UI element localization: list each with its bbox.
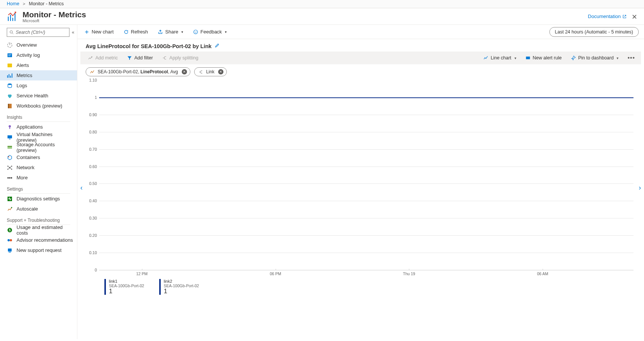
more-options-button[interactable]: ••• xyxy=(626,55,636,61)
nav-more[interactable]: •••More xyxy=(0,173,77,183)
nav-network[interactable]: Network xyxy=(0,162,77,173)
line-chart-icon xyxy=(483,55,489,61)
add-metric-button[interactable]: Add metric xyxy=(86,54,119,62)
nav-storage-accounts[interactable]: Storage Accounts (preview) xyxy=(0,142,77,152)
documentation-link[interactable]: Documentation xyxy=(588,14,627,19)
external-link-icon xyxy=(622,14,627,19)
nav-alerts[interactable]: Alerts xyxy=(0,60,77,70)
legend-item[interactable]: link2SEA-100Gb-Port-021 xyxy=(159,279,199,295)
legend-item[interactable]: link1SEA-100Gb-Port-021 xyxy=(104,279,144,295)
chart-type-dropdown[interactable]: Line chart▾ xyxy=(482,54,518,62)
refresh-icon xyxy=(124,29,129,35)
alert-rule-icon xyxy=(525,55,531,61)
svg-rect-3 xyxy=(8,53,12,57)
logs-icon xyxy=(7,83,13,89)
chart-toolbar: Add metric Add filter Apply splitting Li… xyxy=(80,52,641,64)
time-range-picker[interactable]: Last 24 hours (Automatic - 5 minutes) xyxy=(549,27,639,37)
nav-diagnostics[interactable]: Diagnostics settings xyxy=(0,194,77,204)
metric-pill[interactable]: SEA-100Gb-Port-02, LineProtocol, Avg ✕ xyxy=(86,67,190,76)
share-icon xyxy=(158,29,163,35)
add-filter-button[interactable]: Add filter xyxy=(125,54,154,62)
y-tick-label: 1.10 xyxy=(89,78,97,82)
svg-rect-9 xyxy=(8,104,9,108)
diagnostics-icon xyxy=(7,196,13,202)
feedback-button[interactable]: Feedback▾ xyxy=(192,27,228,36)
search-input[interactable]: Search (Ctrl+/) xyxy=(7,28,69,37)
nav-containers[interactable]: Containers xyxy=(0,152,77,162)
collapse-sidebar-button[interactable]: « xyxy=(72,30,73,35)
new-alert-rule-button[interactable]: New alert rule xyxy=(524,54,563,62)
y-tick-label: 0.80 xyxy=(89,130,97,134)
nav-autoscale[interactable]: Autoscale xyxy=(0,204,77,214)
pin-dashboard-button[interactable]: Pin to dashboard▾ xyxy=(569,54,620,62)
svg-rect-13 xyxy=(8,146,12,147)
nav-metrics[interactable]: Metrics xyxy=(0,70,77,80)
nav-activity-log[interactable]: Activity log xyxy=(0,50,77,60)
chart-prev-button[interactable]: ‹ xyxy=(78,181,85,194)
split-pill[interactable]: Link ✕ xyxy=(194,67,227,76)
svg-rect-32 xyxy=(526,57,530,59)
feedback-icon xyxy=(193,29,198,35)
chart-next-button[interactable]: › xyxy=(636,181,643,194)
page-title: Monitor - Metrics xyxy=(23,11,86,19)
chart-plot[interactable]: 1.1010.900.800.700.600.500.400.300.200.1… xyxy=(99,80,633,270)
svg-point-25 xyxy=(8,239,10,241)
svg-rect-6 xyxy=(8,64,12,67)
y-tick-label: 0.90 xyxy=(89,112,97,117)
y-tick-label: 0.70 xyxy=(89,147,97,152)
y-tick-label: 0.10 xyxy=(89,250,97,255)
storage-icon xyxy=(7,144,13,150)
overview-icon xyxy=(7,42,13,48)
group-support-label: Support + Troubleshooting xyxy=(0,214,77,224)
nav-virtual-machines[interactable]: Virtual Machines (preview) xyxy=(0,132,77,142)
nav-logs[interactable]: Logs xyxy=(0,80,77,91)
costs-icon: $ xyxy=(7,227,13,233)
group-insights-label: Insights xyxy=(0,111,77,121)
advisor-icon xyxy=(7,237,13,243)
breadcrumb-home[interactable]: Home xyxy=(7,1,19,6)
nav-applications[interactable]: Applications xyxy=(0,122,77,132)
svg-rect-11 xyxy=(8,135,12,138)
plus-icon xyxy=(84,29,89,35)
pin-icon xyxy=(571,55,576,61)
x-tick-label: 12 PM xyxy=(136,271,148,276)
svg-point-26 xyxy=(10,239,12,241)
chart-title: Avg LineProtocol for SEA-100Gb-Port-02 b… xyxy=(86,43,211,49)
new-chart-button[interactable]: New chart xyxy=(83,27,115,36)
chart-area: ‹ › 1.1010.900.800.700.600.500.400.300.2… xyxy=(86,80,635,295)
resource-icon xyxy=(90,70,95,74)
nav-advisor[interactable]: Advisor recommendations xyxy=(0,235,77,245)
top-toolbar: New chart Refresh Share▾ Feedback▾ Last … xyxy=(77,25,644,39)
nav-workbooks[interactable]: Workbooks (preview) xyxy=(0,101,77,111)
add-metric-icon xyxy=(88,55,93,61)
filter-icon xyxy=(127,55,132,61)
search-icon xyxy=(9,30,14,35)
chart-x-axis: 12 PM06 PMThu 1906 AM xyxy=(99,270,633,277)
breadcrumb: Home > Monitor - Metrics xyxy=(0,0,644,8)
nav-support-request[interactable]: New support request xyxy=(0,245,77,255)
close-button[interactable]: ✕ xyxy=(630,13,639,21)
apply-splitting-button[interactable]: Apply splitting xyxy=(160,54,200,62)
y-tick-label: 0.60 xyxy=(89,164,97,169)
svg-point-31 xyxy=(196,31,196,32)
nav-service-health[interactable]: Service Health xyxy=(0,91,77,101)
vm-icon xyxy=(7,134,13,140)
remove-split-button[interactable]: ✕ xyxy=(218,69,223,74)
share-button[interactable]: Share▾ xyxy=(156,27,185,36)
service-health-icon xyxy=(7,93,13,99)
support-icon xyxy=(7,247,13,253)
breadcrumb-separator: > xyxy=(23,2,25,6)
y-tick-label: 0.50 xyxy=(89,181,97,186)
svg-line-1 xyxy=(12,33,14,34)
chart-legend: link1SEA-100Gb-Port-021link2SEA-100Gb-Po… xyxy=(104,279,635,295)
remove-metric-button[interactable]: ✕ xyxy=(182,69,187,74)
nav-usage-costs[interactable]: $Usage and estimated costs xyxy=(0,225,77,235)
applications-icon xyxy=(7,124,13,130)
edit-title-button[interactable] xyxy=(214,43,220,49)
nav-overview[interactable]: Overview xyxy=(0,40,77,50)
x-tick-label: 06 AM xyxy=(537,271,548,276)
x-tick-label: Thu 19 xyxy=(403,271,415,276)
main-content: New chart Refresh Share▾ Feedback▾ Last … xyxy=(77,25,644,339)
autoscale-icon xyxy=(7,206,13,212)
refresh-button[interactable]: Refresh xyxy=(122,27,150,36)
